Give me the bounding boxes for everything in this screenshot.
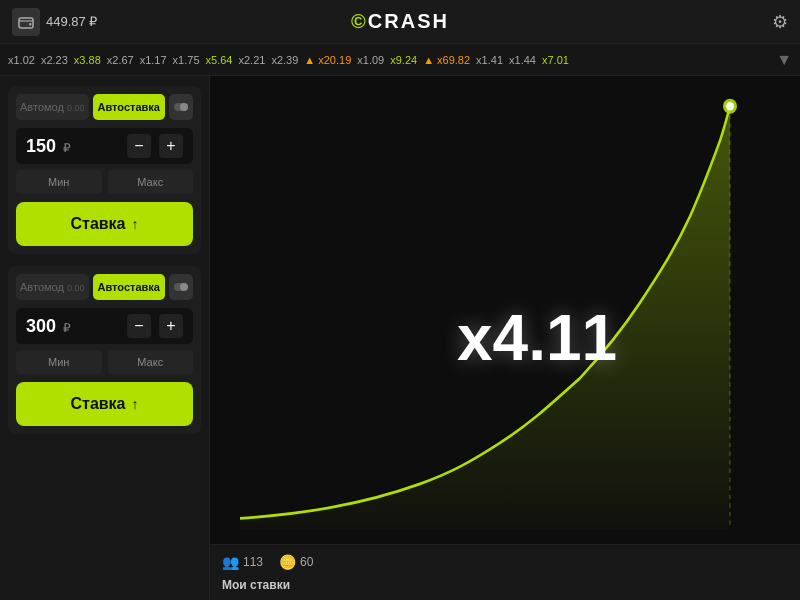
coins-count: 60	[300, 555, 313, 569]
ticker-item: x2.23	[41, 54, 68, 66]
settings-icon[interactable]: ⚙	[772, 11, 788, 33]
stake-button-2[interactable]: Ставка ↑	[16, 382, 193, 426]
balance-area: 449.87 ₽	[12, 8, 97, 36]
ticker-item: x1.09	[357, 54, 384, 66]
toggle-1[interactable]	[169, 94, 193, 120]
bet-tabs-2: Автомод 0.00 Автоставка	[16, 274, 193, 300]
multiplier-display: x4.11	[457, 301, 617, 375]
toggle-2[interactable]	[169, 274, 193, 300]
ticker-item: x3.88	[74, 54, 101, 66]
amount-controls-1: − +	[127, 134, 183, 158]
ticker-item-highlight: ▲ x69.82	[423, 54, 470, 66]
ticker-item: x1.75	[173, 54, 200, 66]
ticker-item-highlight: ▲ x20.19	[304, 54, 351, 66]
tab-autostake-1[interactable]: Автоставка	[93, 94, 166, 120]
amount-value-1: 150	[26, 136, 56, 156]
stake-arrow-icon-2: ↑	[132, 396, 139, 412]
minus-btn-2[interactable]: −	[127, 314, 151, 338]
coins-stat: 🪙 60	[279, 554, 313, 570]
history-ticker: x1.02 x2.23 x3.88 x2.67 x1.17 x1.75 x5.6…	[0, 44, 800, 76]
tab-automode-2[interactable]: Автомод 0.00	[16, 274, 89, 300]
ticker-item: x1.41	[476, 54, 503, 66]
players-count: 113	[243, 555, 263, 569]
app-title: ©CRASH	[351, 10, 449, 33]
ticker-item: x9.24	[390, 54, 417, 66]
amount-controls-2: − +	[127, 314, 183, 338]
ticker-expand-icon[interactable]: ▼	[776, 51, 792, 69]
ticker-item: x2.39	[271, 54, 298, 66]
bet-section-1: Автомод 0.00 Автоставка 150 ₽ − +	[8, 86, 201, 254]
left-panel: Автомод 0.00 Автоставка 150 ₽ − +	[0, 76, 210, 600]
min-btn-2[interactable]: Мин	[16, 350, 102, 374]
players-stat: 👥 113	[222, 554, 263, 570]
amount-row-2: 300 ₽ − +	[16, 308, 193, 344]
game-area: x4.11 👥 113 🪙 60 Мои ставки	[210, 76, 800, 600]
ticker-item: x2.67	[107, 54, 134, 66]
minmax-row-1: Мин Макс	[16, 170, 193, 194]
header: 449.87 ₽ ©CRASH ⚙	[0, 0, 800, 44]
bet-section-2: Автомод 0.00 Автоставка 300 ₽ − +	[8, 266, 201, 434]
bet-tabs-1: Автомод 0.00 Автоставка	[16, 94, 193, 120]
my-bets-tab[interactable]: Мои ставки	[210, 574, 800, 596]
tab-automode-1[interactable]: Автомод 0.00	[16, 94, 89, 120]
ticker-item: x1.02	[8, 54, 35, 66]
ticker-item: x7.01	[542, 54, 569, 66]
coins-icon: 🪙	[279, 554, 296, 570]
balance-value: 449.87 ₽	[46, 14, 97, 29]
players-row: 👥 113 🪙 60	[210, 550, 800, 574]
svg-rect-0	[19, 18, 33, 28]
minus-btn-1[interactable]: −	[127, 134, 151, 158]
minmax-row-2: Мин Макс	[16, 350, 193, 374]
plus-btn-1[interactable]: +	[159, 134, 183, 158]
wallet-icon	[12, 8, 40, 36]
max-btn-1[interactable]: Макс	[108, 170, 194, 194]
ticker-item: x1.17	[140, 54, 167, 66]
bottom-bar: 👥 113 🪙 60 Мои ставки	[210, 544, 800, 600]
stake-button-1[interactable]: Ставка ↑	[16, 202, 193, 246]
title-text: CRASH	[368, 10, 449, 32]
ticker-item: x2.21	[238, 54, 265, 66]
plus-btn-2[interactable]: +	[159, 314, 183, 338]
amount-currency-1: ₽	[63, 141, 71, 155]
max-btn-2[interactable]: Макс	[108, 350, 194, 374]
amount-currency-2: ₽	[63, 321, 71, 335]
min-btn-1[interactable]: Мин	[16, 170, 102, 194]
ticker-item: x1.44	[509, 54, 536, 66]
title-c: ©	[351, 10, 368, 32]
amount-value-2: 300	[26, 316, 56, 336]
main-layout: Автомод 0.00 Автоставка 150 ₽ − +	[0, 76, 800, 600]
tab-autostake-2[interactable]: Автоставка	[93, 274, 166, 300]
amount-row-1: 150 ₽ − +	[16, 128, 193, 164]
svg-rect-1	[29, 23, 32, 26]
stake-arrow-icon-1: ↑	[132, 216, 139, 232]
ticker-item: x5.64	[206, 54, 233, 66]
players-icon: 👥	[222, 554, 239, 570]
